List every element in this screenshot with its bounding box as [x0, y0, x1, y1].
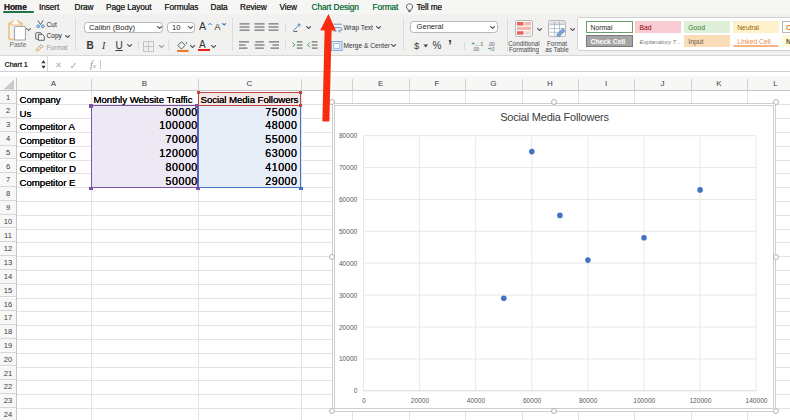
- svg-text:.00: .00: [472, 46, 479, 51]
